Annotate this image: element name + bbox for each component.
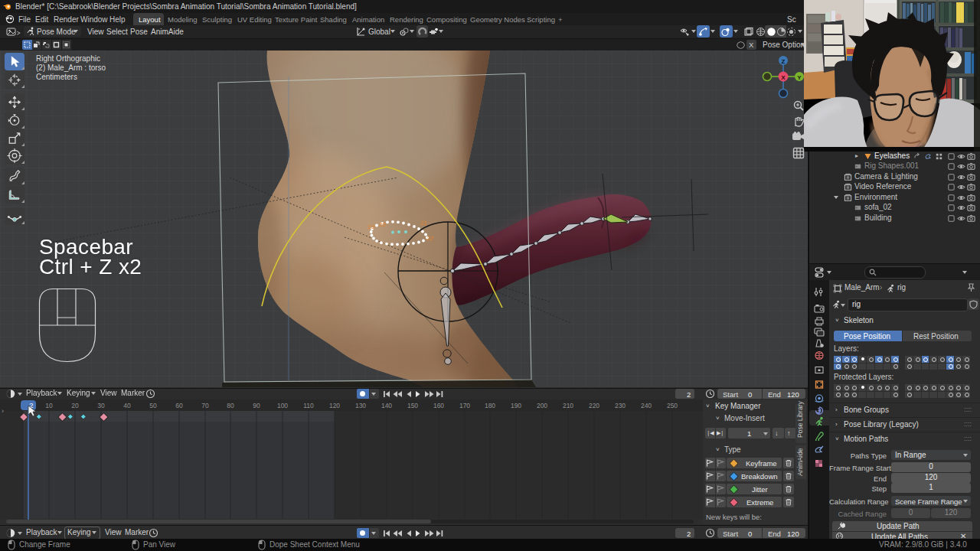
svg-text:150: 150 — [407, 402, 418, 409]
svg-text:240: 240 — [641, 402, 652, 409]
svg-text:10: 10 — [45, 402, 53, 409]
svg-text:120: 120 — [329, 402, 340, 409]
svg-text:110: 110 — [303, 402, 314, 409]
svg-text:X: X — [781, 74, 786, 81]
svg-text:40: 40 — [123, 402, 131, 409]
svg-text:22: 22 — [426, 235, 433, 242]
svg-text:160: 160 — [433, 402, 444, 409]
svg-text:220: 220 — [589, 402, 599, 409]
svg-text:90: 90 — [253, 402, 260, 409]
svg-text:80: 80 — [227, 402, 234, 409]
svg-text:140: 140 — [381, 402, 392, 409]
svg-text:70: 70 — [201, 402, 209, 409]
svg-text:190: 190 — [511, 402, 521, 409]
svg-text:230: 230 — [615, 402, 626, 409]
svg-text:›: › — [2, 407, 4, 415]
svg-text:130: 130 — [355, 402, 366, 409]
svg-text:180: 180 — [485, 402, 495, 409]
svg-text:250: 250 — [667, 402, 678, 409]
svg-text:60: 60 — [175, 402, 183, 409]
svg-text:20: 20 — [378, 221, 386, 228]
svg-text:200: 200 — [537, 402, 547, 409]
svg-text:170: 170 — [459, 402, 470, 409]
svg-text:Y: Y — [797, 74, 802, 81]
svg-text:50: 50 — [149, 402, 157, 409]
svg-text:21: 21 — [420, 220, 427, 227]
svg-text:210: 210 — [563, 402, 573, 409]
svg-text:100: 100 — [277, 402, 288, 409]
svg-text:20: 20 — [71, 402, 79, 409]
svg-text:19: 19 — [368, 223, 374, 230]
svg-text:Z: Z — [782, 58, 786, 65]
svg-text:30: 30 — [97, 402, 105, 409]
